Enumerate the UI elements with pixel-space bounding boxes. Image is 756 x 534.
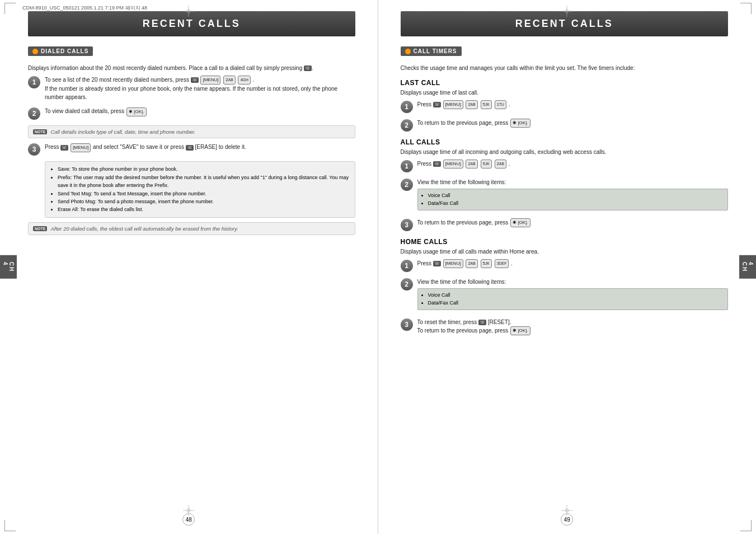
home-calls-step-2: 2 View the time of the following items: … [401,278,729,312]
hc-voice-call-item: Voice Call [428,291,724,299]
ok-key-hc: ✱ [OK]. [510,326,530,335]
last-call-step-2-content: To return to the previous page, press ✱ … [417,119,729,128]
data-fax-call-item: Data/Fax Call [428,199,724,207]
corner-tr [740,3,752,14]
note-box-1: NOTE Call details include type of call, … [28,125,355,138]
chapter-tab-left: CH4 [0,255,17,279]
last-call-step-circle-1: 1 [401,101,413,113]
key-lc-5: 5JK [481,100,492,109]
step-circle-1: 1 [28,76,40,88]
all-calls-step-3-content: To return to the previous page, press ✱ … [417,218,729,227]
menu-key-lc1: [MENU] [443,100,463,109]
home-calls-sub-items: Voice Call Data/Fax Call [417,288,729,310]
phone-icon-hc1: ☏ [433,261,441,266]
ok-key-lc: ✱ [OK]. [510,119,530,128]
home-calls-section: HOME CALLS Displays usage time of all ca… [401,238,729,335]
all-calls-section: ALL CALLS Displays usage time of all inc… [401,138,729,231]
right-intro: Checks the usage time and manages your c… [401,64,729,72]
last-call-desc: Displays usage time of last call. [401,88,729,97]
last-call-heading: LAST CALL [401,79,729,87]
dialed-calls-section: DIALED CALLS [28,46,355,60]
key-hc-2: 2AB [466,259,477,268]
home-calls-step-3: 3 To reset the timer, press ☏ [RESET]. T… [401,318,729,335]
bullet-item-prefix: Prefix: The user may add the desired num… [58,174,349,190]
key-2ab: 2AB [223,76,235,85]
crosshair-top [183,6,194,18]
step-2: 2 To view dialed call details, press ✱ [… [28,107,355,120]
bullet-item-save: Save: To store the phone number in your … [58,165,349,173]
crosshair-top-right [561,6,572,18]
step-3-content: Press ☏ [MENU] and select "SAVE" to save… [45,143,355,152]
home-calls-step-2-content: View the time of the following items: Vo… [417,278,729,312]
all-calls-step-circle-2: 2 [401,179,413,191]
bullet-item-photo-msg: Send Photo Msg: To send a photo message,… [58,198,349,205]
key-hc-3: 3DEF [495,259,509,268]
page-number-right: 49 [561,513,573,526]
key-lc-1: 1TU [495,100,506,109]
phone-icon-lc1: ☏ [433,102,441,107]
phone-icon-intro: ☏ [304,65,312,71]
hc-data-fax-call-item: Data/Fax Call [428,299,724,307]
all-calls-step-2-content: View the time of the following items: Vo… [417,178,729,213]
menu-key-hc1: [MENU] [443,259,463,268]
bullet-list: Save: To store the phone number in your … [45,161,355,217]
menu-key-3: [MENU] [71,143,91,152]
key-lc-2: 2AB [466,100,477,109]
note-badge-2: NOTE [33,226,47,231]
all-calls-step-2: 2 View the time of the following items: … [401,178,729,213]
last-call-step-2: 2 To return to the previous page, press … [401,119,729,132]
phone-icon-3: ☏ [60,145,68,151]
ok-key-2: ✱ [OK]. [126,107,146,116]
call-timers-section: CALL TIMERS [401,46,729,60]
note-box-2: NOTE After 20 dialed calls, the oldest c… [28,222,355,235]
key-ac-2b: 2AB [495,160,506,168]
dialed-calls-label: DIALED CALLS [28,46,93,56]
home-calls-step-1-content: Press ☏ [MENU] 2AB 5JK 3DEF . [417,259,729,268]
all-calls-step-circle-1: 1 [401,160,413,172]
corner-tl [4,3,16,14]
header-meta: CDM-8910_USC_050121 2005.1.21 7:19 PM 페이… [22,4,147,12]
all-calls-step-circle-3: 3 [401,219,413,231]
last-call-step-1-content: Press ☏ [MENU] 2AB 5JK 1TU . [417,100,729,109]
step-1-content: To see a list of the 20 most recently di… [45,76,355,101]
section-bullet [32,49,38,54]
page-number-left: 48 [182,513,195,526]
voice-call-item: Voice Call [428,191,724,199]
step-circle-3: 3 [28,143,40,156]
step-3: 3 Press ☏ [MENU] and select "SAVE" to sa… [28,143,355,156]
all-calls-step-1: 1 Press ☏ [MENU] 2AB 5JK 2AB . [401,160,729,172]
home-calls-step-circle-1: 1 [401,260,413,272]
home-calls-step-3-content: To reset the timer, press ☏ [RESET]. To … [417,318,729,335]
bullet-items: Save: To store the phone number in your … [51,165,349,213]
bullet-item-erase: Erase All: To erase the dialed calls lis… [58,205,349,213]
last-call-step-1: 1 Press ☏ [MENU] 2AB 5JK 1TU . [401,100,729,113]
all-calls-step-1-content: Press ☏ [MENU] 2AB 5JK 2AB . [417,160,729,168]
all-calls-step-3: 3 To return to the previous page, press … [401,218,729,231]
bullet-item-text-msg: Send Text Msg: To send a Text Message, i… [58,190,349,198]
corner-br [740,520,752,531]
call-timers-label: CALL TIMERS [401,46,462,56]
chapter-tab-right: CH4 [739,255,756,279]
home-calls-step-1: 1 Press ☏ [MENU] 2AB 5JK 3DEF . [401,259,729,272]
all-calls-heading: ALL CALLS [401,138,729,146]
step-1: 1 To see a list of the 20 most recently … [28,76,355,101]
key-ac-2: 2AB [466,160,477,168]
home-calls-desc: Displays usage time of all calls made wi… [401,247,729,256]
last-call-step-circle-2: 2 [401,119,413,132]
key-hc-5: 5JK [481,259,492,268]
erase-icon: ☏ [186,145,194,151]
intro-text: Displays information about the 20 most r… [28,64,355,72]
right-page: CH4 RECENT CALLS CALL TIMERS Checks the … [378,0,757,534]
step-2-content: To view dialed call details, press ✱ [OK… [45,107,355,116]
key-4gh: 4GH [238,76,250,85]
all-calls-desc: Displays usage time of all incoming and … [401,148,729,156]
left-page: CDM-8910_USC_050121 2005.1.21 7:19 PM 페이… [0,0,378,534]
corner-bl [4,520,16,531]
home-calls-step-circle-3: 3 [401,318,413,331]
all-calls-sub-items: Voice Call Data/Fax Call [417,189,729,210]
home-calls-step-circle-2: 2 [401,278,413,291]
last-call-section: LAST CALL Displays usage time of last ca… [401,79,729,132]
ok-key-ac: ✱ [OK]. [510,218,530,227]
key-ac-5: 5JK [481,160,492,168]
phone-icon-1: ☏ [191,77,199,83]
